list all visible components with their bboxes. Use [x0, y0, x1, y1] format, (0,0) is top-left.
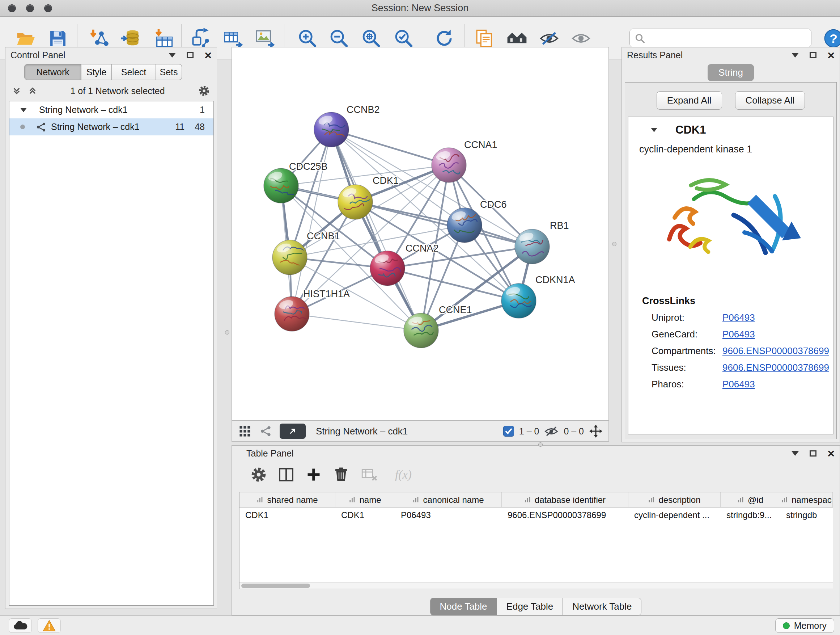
memory-button[interactable]: Memory	[775, 618, 834, 633]
column-header-id[interactable]: @id	[721, 492, 780, 507]
network-edges[interactable]	[281, 130, 532, 331]
tab-select[interactable]: Select	[112, 64, 156, 80]
table-cell-shared-name[interactable]: CDK1	[240, 508, 335, 523]
show-columns-button[interactable]	[275, 464, 297, 486]
panel-close-icon[interactable]: ×	[827, 450, 835, 457]
network-node-CDKN1A[interactable]: CDKN1A	[501, 274, 575, 318]
network-selection-status: 1 of 1 Network selected	[44, 86, 191, 96]
gear-icon[interactable]	[198, 85, 210, 97]
collapse-all-button[interactable]: Collapse All	[735, 91, 805, 110]
plus-icon	[305, 466, 322, 483]
sort-icon	[412, 496, 420, 504]
database-icon	[120, 28, 141, 49]
control-panel-tabs: Network Style Select Sets	[24, 64, 182, 80]
network-node-CCNB1[interactable]: CCNB1	[272, 231, 340, 275]
table-row[interactable]: CDK1 CDK1 P06493 9606.ENSP00000378699 cy…	[240, 508, 833, 523]
splitter-handle[interactable]	[612, 242, 616, 246]
panel-collapse-icon[interactable]	[791, 53, 799, 57]
panel-close-icon[interactable]: ×	[827, 51, 835, 59]
scrollbar-thumb[interactable]	[241, 584, 310, 588]
grid-icon	[239, 425, 251, 437]
tree-expand-icon[interactable]	[20, 108, 27, 112]
column-header-database-identifier[interactable]: database identifier	[502, 492, 628, 507]
table-cell-database-identifier[interactable]: 9606.ENSP00000378699	[502, 508, 628, 523]
crosslink-label: Uniprot:	[652, 312, 722, 323]
crosslink-uniprot[interactable]: P06493	[722, 312, 755, 323]
tab-node-table[interactable]: Node Table	[430, 598, 497, 616]
crosslinks-title: CrossLinks	[642, 295, 833, 307]
protein-collapse-icon[interactable]	[651, 128, 657, 132]
column-header-canonical-name[interactable]: canonical name	[395, 492, 502, 507]
hidden-node-edge-counts: 0 – 0	[564, 426, 584, 437]
string-results-box: Expand All Collapse All CDK1 cyclin-depe…	[625, 82, 837, 439]
selected-checkbox[interactable]	[503, 426, 514, 437]
create-column-button[interactable]	[303, 464, 325, 486]
refresh-icon	[434, 28, 455, 49]
crosslink-tissues[interactable]: 9606.ENSP00000378699	[722, 362, 829, 373]
window-close-button[interactable]	[8, 4, 16, 12]
network-overview-button[interactable]	[259, 424, 273, 439]
network-row[interactable]: String Network – cdk1 11 48	[9, 119, 213, 135]
network-edge-HIST1H1A-CCNE1[interactable]	[292, 314, 421, 331]
network-edge-CCNB2-CCNA1[interactable]	[332, 130, 449, 165]
table-cell-name[interactable]: CDK1	[335, 508, 395, 523]
panel-float-icon[interactable]	[810, 450, 816, 456]
cloud-status-button[interactable]	[9, 618, 32, 633]
table-panel-title: Table Panel	[246, 448, 294, 459]
network-node-HIST1H1A[interactable]: HIST1H1A	[275, 288, 350, 331]
column-header-description[interactable]: description	[628, 492, 721, 507]
crosslink-pharos[interactable]: P06493	[722, 379, 755, 390]
horizontal-scrollbar[interactable]	[240, 582, 833, 589]
column-header-namespace[interactable]: namespac	[780, 492, 833, 507]
search-input[interactable]	[630, 29, 812, 48]
panel-close-icon[interactable]: ×	[204, 51, 212, 59]
table-cell-id[interactable]: stringdb:9...	[721, 508, 780, 523]
column-header-name[interactable]: name	[335, 492, 395, 507]
tab-sets[interactable]: Sets	[156, 64, 182, 80]
chevron-double-down-icon[interactable]	[12, 86, 21, 96]
network-node-CCNA1[interactable]: CCNA1	[431, 139, 497, 182]
window-zoom-button[interactable]	[44, 4, 52, 12]
expand-all-button[interactable]: Expand All	[657, 91, 722, 110]
network-node-RB1[interactable]: RB1	[515, 220, 569, 264]
table-cell-namespace[interactable]: stringdb	[780, 508, 833, 523]
grid-view-button[interactable]	[238, 424, 252, 439]
panel-float-icon[interactable]	[810, 52, 816, 58]
network-node-CDK1[interactable]: CDK1	[338, 175, 399, 219]
tab-edge-table[interactable]: Edge Table	[497, 598, 563, 616]
detach-view-button[interactable]	[279, 424, 306, 439]
tab-style[interactable]: Style	[81, 64, 112, 80]
function-builder-button[interactable]: f(x)	[385, 464, 422, 486]
pan-move-icon[interactable]	[589, 424, 603, 438]
network-node-CCNE1[interactable]: CCNE1	[404, 304, 472, 348]
save-icon	[47, 28, 68, 49]
column-header-shared-name[interactable]: shared name	[240, 492, 335, 507]
zoom-out-icon	[328, 28, 349, 49]
delete-column-button[interactable]	[330, 464, 352, 486]
network-edge-CCNB2-CCNE1[interactable]	[332, 130, 421, 331]
delete-table-button[interactable]	[358, 464, 380, 486]
network-view-canvas[interactable]: CCNB2CCNA1CDC25BCDK1CDC6RB1CCNB1CCNA2CDK…	[232, 47, 609, 421]
panel-collapse-icon[interactable]	[169, 53, 176, 57]
window-minimize-button[interactable]	[26, 4, 34, 12]
network-collection-row[interactable]: String Network – cdk1 1	[9, 101, 213, 119]
chevron-double-up-icon[interactable]	[28, 86, 37, 96]
panel-float-icon[interactable]	[187, 52, 194, 58]
network-graph[interactable]: CCNB2CCNA1CDC25BCDK1CDC6RB1CCNB1CCNA2CDK…	[232, 48, 608, 420]
hidden-eye-icon[interactable]	[544, 425, 559, 437]
crosslink-genecard[interactable]: P06493	[722, 329, 755, 340]
tab-network-table[interactable]: Network Table	[563, 598, 641, 616]
table-cell-canonical-name[interactable]: P06493	[395, 508, 502, 523]
splitter-handle[interactable]	[225, 330, 229, 334]
tab-string[interactable]: String	[707, 64, 754, 81]
network-edge-CCNB2-HIST1H1A[interactable]	[292, 130, 332, 314]
tab-network[interactable]: Network	[24, 64, 81, 80]
sort-icon	[524, 496, 531, 504]
crosslink-compartments[interactable]: 9606.ENSP00000378699	[722, 345, 829, 356]
column-header-label: description	[658, 495, 700, 505]
table-settings-button[interactable]	[248, 464, 270, 486]
panel-collapse-icon[interactable]	[791, 451, 799, 456]
splitter-handle[interactable]	[538, 442, 543, 447]
warnings-button[interactable]	[38, 618, 61, 633]
table-cell-description[interactable]: cyclin-dependent ...	[628, 508, 721, 523]
